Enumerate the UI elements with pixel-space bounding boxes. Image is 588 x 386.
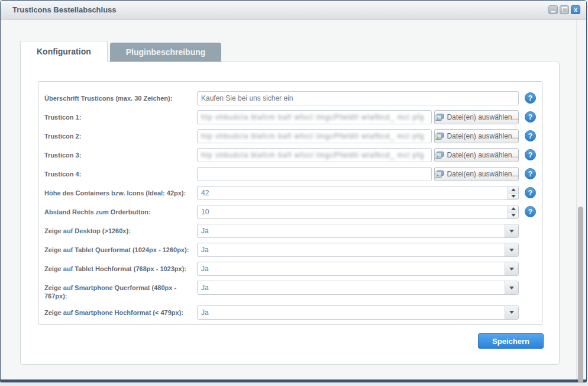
form-row-trusticon-1: Trusticon 1: htp shbudcla blafcm bafl wf… [44,110,542,124]
select-show-phone-landscape[interactable]: Ja [197,281,519,295]
help-icon[interactable]: ? [525,92,536,104]
chevron-down-icon [509,311,514,314]
form-row-show-tablet-portrait: Zeige auf Tablet Hochformat (768px - 102… [44,262,542,276]
tab-pluginbeschreibung[interactable]: Pluginbeschreibung [110,43,222,62]
select-show-tablet-landscape[interactable]: Ja [197,243,519,257]
container-height-input[interactable] [197,186,519,200]
field-label: Trusticon 3: [44,148,197,159]
spinner-down-button[interactable] [508,213,518,219]
window-controls: x [548,5,580,14]
dropdown-trigger[interactable] [505,224,518,237]
help-icon[interactable]: ? [525,149,536,160]
select-value: Ja [198,284,505,292]
heading-input[interactable] [197,91,519,105]
redacted-url-text: htp shbudcla blafcm bafl wfocl tmgcPfwld… [201,132,424,140]
form-row-show-tablet-landscape: Zeige auf Tablet Querformat (1024px - 12… [44,243,542,257]
form-row-container-height: Höhe des Containers bzw. Icons (Ideal: 4… [44,186,542,200]
field-label: Abstand Rechts zum Orderbutton: [44,205,197,216]
dropdown-trigger[interactable] [505,262,518,275]
field-label: Trusticon 4: [44,167,197,178]
field-label: Überschrift Trusticons (max. 30 Zeichen)… [44,91,197,102]
trusticon-2-input[interactable]: htp shbudcla blafcm bafl wfocl tmgcPfwld… [197,129,432,143]
file-select-button[interactable]: Datei(en) auswählen... [434,129,519,143]
select-show-desktop[interactable]: Ja [197,224,519,238]
chevron-down-icon [509,287,514,290]
field-label: Höhe des Containers bzw. Icons (Ideal: 4… [44,186,197,197]
field-label: Zeige auf Smartphone Querformat (480px -… [44,281,197,301]
close-icon: x [574,7,577,13]
tab-konfiguration[interactable]: Konfiguration [20,41,108,62]
field-label: Zeige auf Tablet Hochformat (768px - 102… [44,262,197,273]
number-spinner [508,205,518,218]
trusticon-3-input[interactable]: htp shbudcla blafcm bafl wfocl tmgcPfwld… [197,148,432,162]
form-row-show-desktop: Zeige auf Desktop (>1260x): Ja [44,224,542,238]
redacted-url-text: htp shbudcla blafcm bafl wfocl tmgcPfwld… [201,151,424,159]
maximize-icon [562,7,567,12]
right-spacing-input[interactable] [197,205,519,219]
field-label: Trusticon 1: [44,110,197,121]
file-select-button[interactable]: Datei(en) auswählen... [434,110,519,124]
spinner-up-button[interactable] [508,205,518,213]
file-select-button[interactable]: Datei(en) auswählen... [434,148,519,162]
config-panel: Überschrift Trusticons (max. 30 Zeichen)… [20,62,560,365]
scrollbar-thumb[interactable] [578,207,583,383]
help-icon[interactable]: ? [525,168,536,179]
form-row-trusticon-2: Trusticon 2: htp shbudcla blafcm bafl wf… [44,129,542,143]
image-icon [435,114,444,121]
trusticon-4-input[interactable] [197,167,432,181]
panel-footer: Speichern [21,333,544,349]
image-icon [435,133,444,140]
minimize-icon [551,11,555,12]
image-icon [435,152,444,159]
config-fieldset: Überschrift Trusticons (max. 30 Zeichen)… [38,81,542,325]
help-icon[interactable]: ? [525,206,536,217]
field-label: Trusticon 2: [44,129,197,140]
trusticon-1-input[interactable]: htp shbudcla blafcm bafl wfocl tmgcPfwld… [197,110,432,124]
chevron-down-icon [511,214,516,217]
chevron-down-icon [509,249,514,252]
field-label: Zeige auf Smartphone Hochformat (< 479px… [44,305,197,317]
select-value: Ja [198,227,505,235]
help-icon[interactable]: ? [525,187,536,198]
dropdown-trigger[interactable] [505,306,518,319]
title-bar: Trusticons Bestellabschluss x [1,1,586,20]
dropdown-trigger[interactable] [505,281,518,294]
help-icon[interactable]: ? [525,111,536,123]
file-select-label: Datei(en) auswählen... [447,151,518,159]
field-label: Zeige auf Desktop (>1260x): [44,224,197,235]
chevron-down-icon [511,195,516,198]
form-row-trusticon-4: Trusticon 4: Datei(en) auswählen... ? [44,167,542,181]
form-row-heading: Überschrift Trusticons (max. 30 Zeichen)… [44,91,542,105]
vertical-scrollbar[interactable] [576,20,585,379]
form-row-show-phone-portrait: Zeige auf Smartphone Hochformat (< 479px… [44,305,542,320]
chevron-down-icon [509,230,514,233]
dropdown-trigger[interactable] [505,243,518,256]
file-select-label: Datei(en) auswählen... [447,113,518,121]
help-icon[interactable]: ? [525,130,536,141]
select-value: Ja [198,265,505,273]
field-label: Zeige auf Tablet Querformat (1024px - 12… [44,243,197,254]
tab-bar: Konfiguration Pluginbeschreibung [20,41,586,62]
save-button[interactable]: Speichern [478,333,544,349]
number-spinner [508,186,518,200]
file-select-label: Datei(en) auswählen... [447,170,518,178]
spinner-up-button[interactable] [508,186,518,194]
select-value: Ja [198,308,505,317]
select-value: Ja [198,246,505,254]
form-row-right-spacing: Abstand Rechts zum Orderbutton: ? [44,205,542,219]
plugin-config-window: Trusticons Bestellabschluss x Konfigurat… [0,0,587,382]
file-select-label: Datei(en) auswählen... [447,132,518,140]
file-select-button[interactable]: Datei(en) auswählen... [434,167,519,181]
select-show-tablet-portrait[interactable]: Ja [197,262,519,276]
minimize-button[interactable] [548,5,558,14]
select-show-phone-portrait[interactable]: Ja [197,305,519,320]
window-title: Trusticons Bestellabschluss [12,5,548,14]
chevron-up-icon [511,188,516,191]
chevron-up-icon [511,207,516,210]
maximize-button[interactable] [560,5,569,14]
form-row-trusticon-3: Trusticon 3: htp shbudcla blafcm bafl wf… [44,148,542,162]
chevron-down-icon [509,268,514,271]
spinner-down-button[interactable] [508,194,518,200]
close-button[interactable]: x [571,5,580,14]
image-icon [435,171,444,178]
